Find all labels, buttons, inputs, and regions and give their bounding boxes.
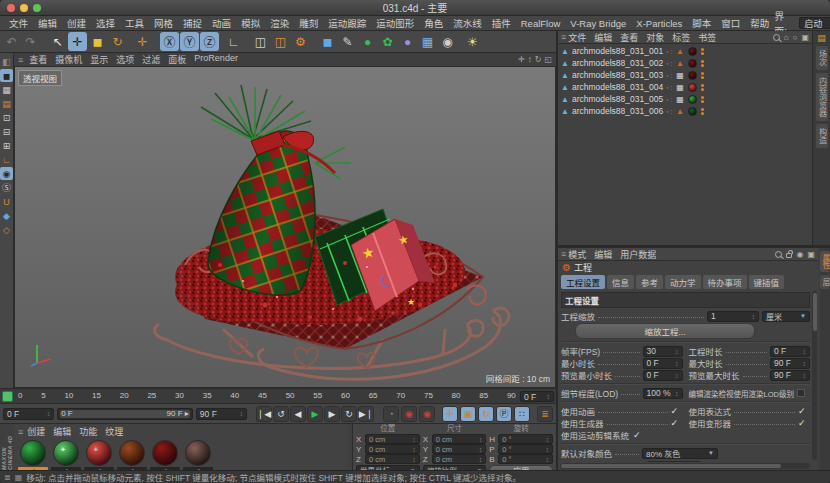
keyframe-selection-button[interactable]: ◉: [419, 406, 435, 422]
texture-mode-icon[interactable]: ▦: [0, 83, 13, 96]
menu-item[interactable]: 选择: [91, 16, 120, 30]
object-row[interactable]: ▲ archmodels88_031_006 ▫ : ▲: [558, 105, 812, 117]
viewport-menu-item[interactable]: 显示: [86, 53, 112, 66]
coordinate-field[interactable]: 0 cm↕: [432, 434, 487, 444]
object-manager-menu-item[interactable]: 书签: [698, 31, 716, 44]
coordinate-field[interactable]: 0 cm↕: [432, 454, 487, 464]
y-axis-lock-icon[interactable]: Ⓨ: [180, 32, 199, 51]
ruler-frame-field[interactable]: 0 F↕: [520, 391, 554, 402]
timeline-playhead[interactable]: [2, 391, 13, 402]
object-name[interactable]: archmodels88_031_003: [572, 70, 663, 80]
viewport-menu-item[interactable]: 过滤: [138, 53, 164, 66]
material-menu-item[interactable]: 纹理: [105, 425, 123, 438]
dolly-view-icon[interactable]: ↕: [528, 55, 532, 64]
search-icon[interactable]: [775, 251, 782, 258]
next-frame-button[interactable]: ▶: [324, 406, 340, 422]
preview-range-slider[interactable]: 0 F 90 F ▸: [57, 408, 193, 420]
use-animation-checkbox[interactable]: ✓: [671, 406, 683, 416]
rotate-view-icon[interactable]: ↻: [535, 55, 542, 64]
attribute-vertical-scrollbar[interactable]: [812, 291, 817, 460]
default-object-color-dropdown[interactable]: 80% 灰色▼: [642, 448, 718, 459]
material-sphere[interactable]: [152, 440, 178, 466]
scale-project-button[interactable]: 缩放工程...: [575, 323, 755, 339]
object-name[interactable]: archmodels88_031_004: [572, 82, 663, 92]
rotate-tool-icon[interactable]: ↻: [108, 32, 127, 51]
panel-icon[interactable]: ▣: [807, 250, 815, 259]
material-menu-item[interactable]: 创建: [27, 425, 45, 438]
deformer-icon[interactable]: ✿: [378, 32, 397, 51]
material-sphere[interactable]: [119, 440, 145, 466]
object-manager-menu-item[interactable]: 查看: [620, 31, 638, 44]
coordinate-field[interactable]: 0 °↕: [498, 454, 553, 464]
side-tab[interactable]: 内容浏览器: [816, 73, 828, 121]
record-pla-button[interactable]: ∷: [514, 406, 530, 422]
search-icon[interactable]: [773, 34, 780, 41]
layer-icon[interactable]: ▫ :: [666, 60, 672, 67]
x-axis-lock-icon[interactable]: Ⓧ: [160, 32, 179, 51]
material-tag-icon[interactable]: [688, 107, 697, 116]
menu-item[interactable]: 网格: [149, 16, 178, 30]
viewport-canvas[interactable]: 透视视图 网格间距 : 10 cm: [14, 66, 556, 388]
menu-item[interactable]: 流水线: [448, 16, 487, 30]
menu-item[interactable]: 角色: [419, 16, 448, 30]
menu-item[interactable]: 运动图形: [371, 16, 419, 30]
model-mode-icon[interactable]: ◼: [0, 69, 13, 82]
object-row[interactable]: ▲ archmodels88_031_003 ▫ : ▦: [558, 69, 812, 81]
goto-start-button[interactable]: ❘◀: [256, 406, 272, 422]
attribute-menu-item[interactable]: 模式: [568, 248, 586, 261]
viewport-menu-item[interactable]: 面板: [164, 53, 190, 66]
coordinate-field[interactable]: 0 °↕: [498, 444, 553, 454]
visibility-dots[interactable]: [701, 48, 704, 55]
material-tag-icon[interactable]: [688, 95, 697, 104]
project-scale-field[interactable]: 1↕: [707, 311, 759, 322]
viewport-solo-icon[interactable]: ◉: [0, 167, 13, 180]
redo-icon[interactable]: ↷: [21, 32, 40, 51]
object-manager-menu-item[interactable]: 文件: [568, 31, 586, 44]
visibility-dots[interactable]: [701, 72, 704, 79]
attribute-tab[interactable]: 待办事项: [703, 275, 747, 289]
make-editable-icon[interactable]: ◧: [0, 55, 13, 68]
visibility-dots[interactable]: [701, 108, 704, 115]
floor-icon[interactable]: ▦: [418, 32, 437, 51]
visibility-dots[interactable]: [701, 60, 704, 67]
coordinate-field[interactable]: 0 cm↕: [432, 444, 487, 454]
object-name[interactable]: archmodels88_031_002: [572, 58, 663, 68]
visibility-dots[interactable]: [701, 96, 704, 103]
timeline-ruler[interactable]: 051015202530354045505560657075808590 0 F…: [0, 388, 556, 404]
panel-menu-icon[interactable]: ≡: [18, 55, 23, 65]
spline-pen-icon[interactable]: ✎: [338, 32, 357, 51]
menu-item[interactable]: 动画: [207, 16, 236, 30]
visibility-dots[interactable]: [701, 84, 704, 91]
side-tab[interactable]: 场次: [816, 46, 828, 70]
primitive-cube-icon[interactable]: ◼: [318, 32, 337, 51]
coordinate-field[interactable]: 0 cm↕: [365, 454, 420, 464]
side-tab-attributes[interactable]: 属性: [820, 251, 830, 272]
axis-mode-icon[interactable]: ∟: [0, 153, 13, 166]
snap-icon[interactable]: Ⓢ: [0, 181, 13, 194]
menu-item[interactable]: 捕捉: [178, 16, 207, 30]
record-position-button[interactable]: ✛: [442, 406, 458, 422]
menu-item[interactable]: 渲染: [265, 16, 294, 30]
attribute-menu-item[interactable]: 编辑: [594, 248, 612, 261]
use-motion-system-checkbox[interactable]: ✓: [633, 430, 645, 440]
scale-unit-dropdown[interactable]: 厘米▼: [762, 311, 810, 322]
goto-end-button[interactable]: ▶❘: [358, 406, 374, 422]
object-row[interactable]: ▲ archmodels88_031_001 ▫ : ▲: [558, 45, 812, 57]
subdivision-surface-icon[interactable]: ●: [358, 32, 377, 51]
record-parameter-button[interactable]: Ⓟ: [496, 406, 512, 422]
attribute-tab[interactable]: 工程设置: [561, 275, 605, 289]
texture-tag-icon[interactable]: ▦: [676, 83, 685, 92]
texture-tag-icon[interactable]: ▲: [676, 47, 685, 56]
end-frame-field[interactable]: 90 F↕: [196, 408, 247, 420]
pan-view-icon[interactable]: ✛: [518, 55, 525, 64]
lock-icon[interactable]: [786, 253, 792, 258]
previous-frame-button[interactable]: ◀: [290, 406, 306, 422]
viewport-menu-item[interactable]: 选项: [112, 53, 138, 66]
menu-item[interactable]: 脚本: [687, 16, 716, 30]
workplane-tool-icon[interactable]: ◇: [0, 223, 13, 236]
history-icon[interactable]: ◉: [796, 250, 803, 259]
project-duration-field[interactable]: 0 F↕: [770, 346, 810, 357]
menu-item[interactable]: 编辑: [33, 16, 62, 30]
bookmark-icon[interactable]: ▤: [817, 33, 826, 43]
object-row[interactable]: ▲ archmodels88_031_004 ▫ : ▦: [558, 81, 812, 93]
